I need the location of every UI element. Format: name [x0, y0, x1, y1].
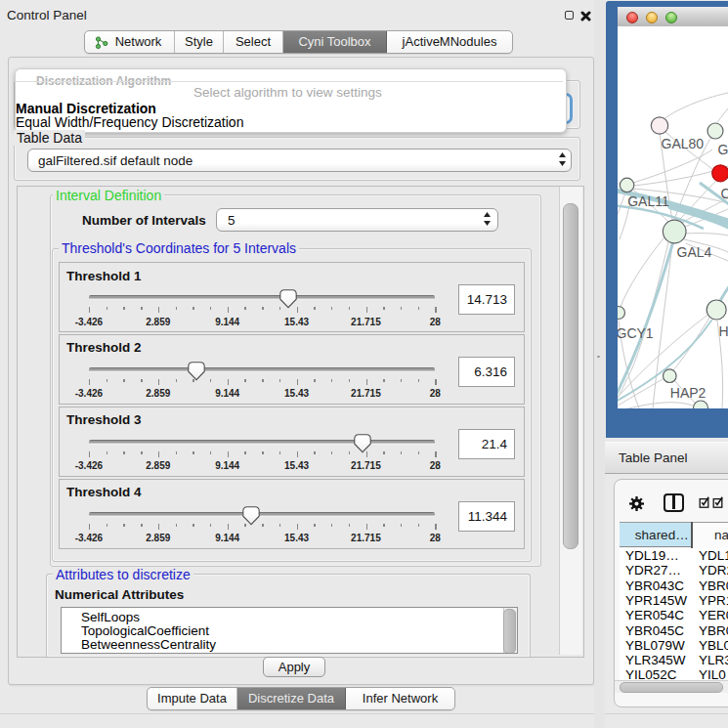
svg-text:GAL80: GAL80	[662, 136, 705, 151]
svg-text:GA: GA	[718, 142, 728, 157]
svg-text:C: C	[721, 186, 728, 201]
svg-text:GAL11: GAL11	[627, 193, 669, 209]
svg-text:GAL4: GAL4	[677, 244, 712, 260]
svg-text:GCY1: GCY1	[618, 325, 654, 341]
svg-text:HI: HI	[719, 323, 728, 339]
svg-text:HAP2: HAP2	[670, 385, 707, 401]
